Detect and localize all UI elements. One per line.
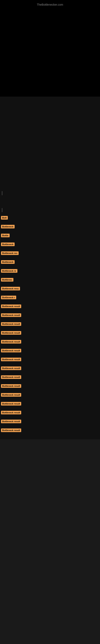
badge-row-24: Bottleneck result [0,420,100,423]
bottleneck-badge-23: Bottleneck result [1,411,21,414]
badge-row-15: Bottleneck result [0,340,100,344]
bottleneck-badge-19: Bottleneck result [1,375,21,379]
bottleneck-badge-17: Bottleneck result [1,358,21,361]
badge-row-14: Bottleneck result [0,331,100,335]
chart-area [0,0,100,96]
cursor-indicator-1 [2,191,2,195]
badge-row-25: Bottleneck result [0,428,100,432]
bottleneck-badge-25: Bottleneck result [1,428,21,432]
bottleneck-badge-16: Bottleneck result [1,349,21,352]
bottleneck-badge-10: Bottleneck r [1,296,16,299]
badge-row-17: Bottleneck result [0,358,100,361]
cursor-indicator-2 [2,208,2,212]
badge-row-21: Bottleneck result [0,393,100,397]
bottleneck-badge-14: Bottleneck result [1,331,21,335]
badge-row-8: Bottlenec [0,278,100,282]
badge-row-11: Bottleneck result [0,304,100,308]
badge-row-12: Bottleneck result [0,313,100,317]
bottleneck-badge-2: Bottleneck [1,225,15,228]
badge-row-18: Bottleneck result [0,366,100,370]
badge-row-13: Bottleneck result [0,322,100,326]
badge-row-10: Bottleneck r [0,296,100,299]
badge-row-6: Bottleneck [0,260,100,264]
badge-row-16: Bottleneck result [0,349,100,352]
bottleneck-badge-11: Bottleneck result [1,304,21,308]
bottleneck-badge-3: Bottle [1,234,10,237]
site-title: TheBottlenecker.com [0,1,100,8]
badge-row-9: Bottleneck resu [0,287,100,290]
bottleneck-badge-18: Bottleneck result [1,366,21,370]
bottleneck-badge-12: Bottleneck result [1,313,21,317]
badge-row-5: Bottleneck res [0,251,100,255]
badge-row-4: Bottleneck [0,242,100,246]
badge-row-23: Bottleneck result [0,411,100,414]
bottleneck-badge-7: Bottleneck re [1,269,17,273]
bottleneck-badge-9: Bottleneck resu [1,287,20,290]
bottleneck-badge-8: Bottlenec [1,278,13,282]
content-area: Bott Bottleneck Bottle Bottleneck Bottle… [0,96,100,439]
badge-row-1: Bott [0,216,100,220]
bottleneck-badge-4: Bottleneck [1,242,15,246]
bottleneck-badge-6: Bottleneck [1,260,15,264]
bottleneck-badge-22: Bottleneck result [1,402,21,406]
badge-row-20: Bottleneck result [0,384,100,388]
badge-row-2: Bottleneck [0,225,100,228]
badge-row-22: Bottleneck result [0,402,100,406]
bottleneck-badge-5: Bottleneck res [1,251,19,255]
bottleneck-badge-21: Bottleneck result [1,393,21,397]
bottleneck-badge-13: Bottleneck result [1,322,21,326]
bottleneck-badge-1: Bott [1,216,8,220]
badge-row-7: Bottleneck re [0,269,100,273]
badge-row-19: Bottleneck result [0,375,100,379]
bottleneck-badge-24: Bottleneck result [1,420,21,423]
badge-row-3: Bottle [0,234,100,237]
bottleneck-badge-20: Bottleneck result [1,384,21,388]
bottleneck-badge-15: Bottleneck result [1,340,21,344]
